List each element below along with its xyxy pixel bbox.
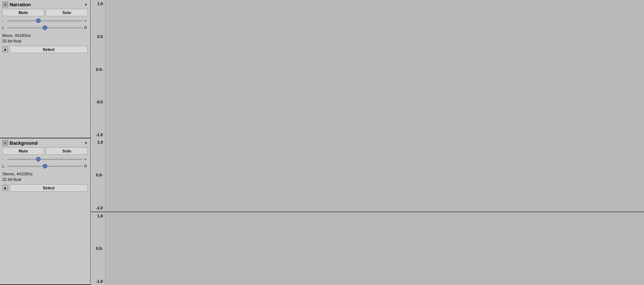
bg-scale-bottom-neg1: -1.0 [91, 279, 104, 284]
background-arrow-button[interactable]: ▲ [2, 185, 8, 191]
background-track-name: Background [10, 140, 83, 146]
background-pan-row: L R [2, 163, 88, 169]
narration-canvas-area [105, 0, 644, 138]
background-pan-slider[interactable] [7, 163, 83, 169]
narration-bitdepth-label: 32-bit float [2, 38, 88, 44]
background-close-button[interactable]: × [2, 140, 8, 146]
background-select-row: ▲ Select [2, 184, 88, 192]
narration-mute-button[interactable]: Mute [2, 9, 44, 16]
narration-dropdown-icon[interactable]: ▼ [84, 3, 88, 7]
narration-scale-0: 0.0- [91, 67, 104, 72]
narration-arrow-button[interactable]: ▲ [2, 47, 8, 52]
background-select-button[interactable]: Select [10, 184, 88, 192]
background-pan-l-label: L [2, 164, 6, 168]
background-channel-bottom: 1.0 0.0- -1.0 [91, 212, 644, 285]
bg-scale-bottom-0: 0.0- [91, 247, 104, 251]
bg-scale-top-1: 1.0 [91, 140, 104, 144]
narration-waveform-area: 1.0 0.5 0.0- -0.5 -1.0 [91, 0, 644, 138]
background-gain-slider[interactable] [7, 156, 83, 162]
background-header: × Background ▼ [2, 140, 88, 146]
background-track-info: Stereo, 44100Hz 32-bit float [2, 171, 88, 183]
background-scale-bottom: 1.0 0.0- -1.0 [91, 212, 105, 285]
background-solo-button[interactable]: Solo [46, 147, 88, 155]
background-controls: × Background ▼ Mute Solo - + L R [0, 138, 91, 284]
background-pan-r-label: R [84, 164, 88, 168]
narration-gain-plus-label: + [84, 18, 88, 23]
narration-track-name: Narration [10, 2, 83, 7]
background-gain-plus-label: + [84, 157, 88, 161]
background-bitdepth-label: 32-bit float [2, 177, 88, 182]
background-top-canvas-area [105, 138, 644, 212]
background-channel-top: 1.0 0.0- -1.0 [91, 138, 644, 212]
narration-scale: 1.0 0.5 0.0- -0.5 -1.0 [91, 0, 105, 138]
narration-gain-minus-label: - [2, 18, 6, 23]
background-scale-top: 1.0 0.0- -1.0 [91, 138, 105, 212]
background-gain-minus-label: - [2, 157, 6, 161]
narration-gain-row: - + [2, 18, 88, 24]
background-mute-button[interactable]: Mute [2, 147, 44, 155]
narration-gain-slider[interactable] [7, 18, 83, 24]
narration-controls: × Narration ▼ Mute Solo - + L R [0, 0, 91, 138]
background-top-waveform-canvas [105, 138, 644, 212]
narration-select-button[interactable]: Select [10, 46, 88, 53]
narration-mute-solo-row: Mute Solo [2, 9, 88, 16]
background-gain-row: - + [2, 156, 88, 162]
narration-header: × Narration ▼ [2, 1, 88, 7]
background-waveform-area: 1.0 0.0- -1.0 1.0 0.0- -1.0 [91, 138, 644, 285]
bg-scale-bottom-1: 1.0 [91, 214, 104, 218]
background-track: × Background ▼ Mute Solo - + L R [0, 138, 644, 285]
narration-track: × Narration ▼ Mute Solo - + L R [0, 0, 644, 138]
narration-pan-row: L R [2, 25, 88, 31]
narration-pan-r-label: R [84, 25, 88, 30]
background-mute-solo-row: Mute Solo [2, 147, 88, 155]
narration-scale-neg05: -0.5 [91, 100, 104, 104]
narration-select-row: ▲ Select [2, 46, 88, 53]
narration-scale-1: 1.0 [91, 1, 104, 6]
background-bottom-waveform-canvas [105, 212, 644, 285]
narration-scale-05: 0.5 [91, 34, 104, 39]
narration-solo-button[interactable]: Solo [46, 9, 88, 16]
background-dropdown-icon[interactable]: ▼ [84, 141, 88, 145]
background-stereo-label: Stereo, 44100Hz [2, 171, 88, 177]
narration-mono-label: Mono, 44100Hz [2, 33, 88, 38]
narration-track-info: Mono, 44100Hz 32-bit float [2, 33, 88, 44]
narration-waveform-canvas [105, 0, 644, 138]
bg-scale-top-0: 0.0- [91, 173, 104, 177]
background-bottom-canvas-area [105, 212, 644, 285]
narration-pan-slider[interactable] [7, 25, 83, 31]
narration-pan-l-label: L [2, 25, 6, 30]
narration-scale-neg1: -1.0 [91, 133, 104, 137]
narration-close-button[interactable]: × [2, 1, 8, 7]
bg-scale-top-neg1: -1.0 [91, 206, 104, 210]
